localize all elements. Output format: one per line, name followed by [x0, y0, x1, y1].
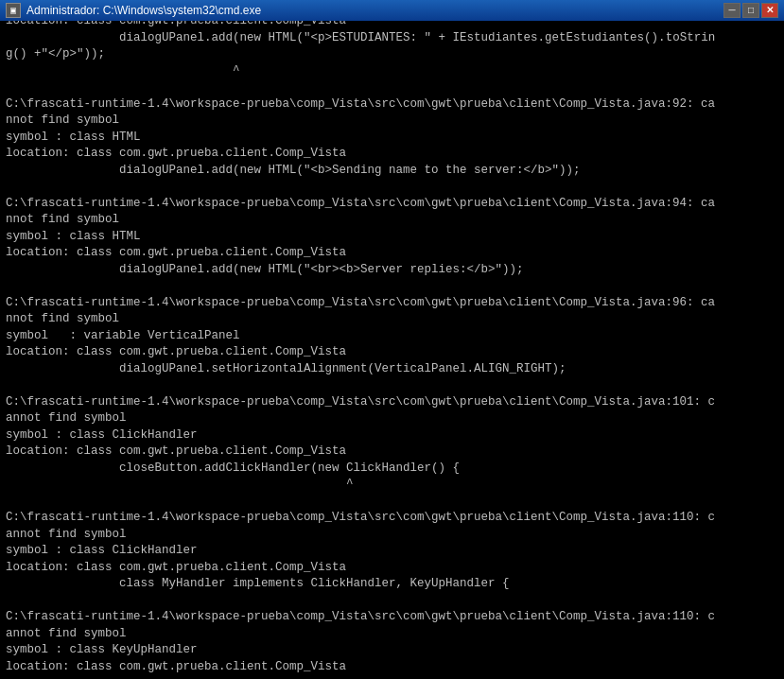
console-line: annot find symbol — [6, 410, 778, 427]
console-line — [6, 79, 778, 96]
console-line — [6, 494, 778, 511]
console-line: location: class com.gwt.prueba.client.Co… — [6, 21, 778, 30]
console-line: dialogUPanel.add(new HTML("<br><b>Server… — [6, 262, 778, 279]
window-title: Administrador: C:\Windows\system32\cmd.e… — [26, 4, 261, 17]
console-line — [6, 377, 778, 394]
console-line: nnot find symbol — [6, 212, 778, 229]
console-line: symbol : class HTML — [6, 130, 778, 147]
close-button[interactable]: ✕ — [761, 3, 778, 18]
console-line: location: class com.gwt.prueba.client.Co… — [6, 344, 778, 361]
console-line: location: class com.gwt.prueba.client.Co… — [6, 444, 778, 461]
cmd-icon-glyph: ▣ — [10, 5, 16, 16]
window-icon: ▣ — [6, 3, 21, 18]
title-bar-left: ▣ Administrador: C:\Windows\system32\cmd… — [6, 3, 261, 18]
console-line: symbol : class ClickHandler — [6, 427, 778, 444]
console-line: dialogUPanel.add(new HTML("<b>Sending na… — [6, 163, 778, 180]
console-line — [6, 179, 778, 196]
console-line — [6, 593, 778, 610]
title-bar: ▣ Administrador: C:\Windows\system32\cmd… — [0, 0, 784, 21]
console-line: symbol : class HTML — [6, 229, 778, 246]
console-line: ^ — [6, 63, 778, 80]
window: ▣ Administrador: C:\Windows\system32\cmd… — [0, 0, 784, 679]
console-output[interactable]: location: class com.gwt.prueba.client.Co… — [0, 21, 784, 679]
console-line: annot find symbol — [6, 626, 778, 643]
console-line: C:\frascati-runtime-1.4\workspace-prueba… — [6, 510, 778, 527]
console-line: nnot find symbol — [6, 113, 778, 130]
console-line: symbol : class ClickHandler — [6, 543, 778, 560]
console-line: dialogUPanel.add(new HTML("<p>ESTUDIANTE… — [6, 30, 778, 47]
console-line: C:\frascati-runtime-1.4\workspace-prueba… — [6, 295, 778, 312]
console-line: symbol : variable VerticalPanel — [6, 328, 778, 345]
console-line: class MyHandler implements ClickHandler,… — [6, 576, 778, 593]
console-line: ^ — [6, 477, 778, 494]
console-line: dialogUPanel.setHorizontalAlignment(Vert… — [6, 361, 778, 378]
console-line: C:\frascati-runtime-1.4\workspace-prueba… — [6, 196, 778, 213]
console-line: location: class com.gwt.prueba.client.Co… — [6, 245, 778, 262]
console-line: location: class com.gwt.prueba.client.Co… — [6, 560, 778, 577]
console-line: annot find symbol — [6, 527, 778, 544]
console-line: g() +"</p>")); — [6, 46, 778, 63]
console-line: nnot find symbol — [6, 311, 778, 328]
console-line: closeButton.addClickHandler(new ClickHan… — [6, 461, 778, 478]
minimize-button[interactable]: ─ — [723, 3, 740, 18]
console-line: C:\frascati-runtime-1.4\workspace-prueba… — [6, 96, 778, 113]
console-line: location: class com.gwt.prueba.client.Co… — [6, 146, 778, 163]
console-line: C:\frascati-runtime-1.4\workspace-prueba… — [6, 609, 778, 626]
console-line: C:\frascati-runtime-1.4\workspace-prueba… — [6, 394, 778, 411]
console-line: symbol : class KeyUpHandler — [6, 642, 778, 659]
title-bar-buttons: ─ □ ✕ — [723, 3, 778, 18]
console-line: location: class com.gwt.prueba.client.Co… — [6, 659, 778, 676]
console-line — [6, 278, 778, 295]
maximize-button[interactable]: □ — [742, 3, 759, 18]
